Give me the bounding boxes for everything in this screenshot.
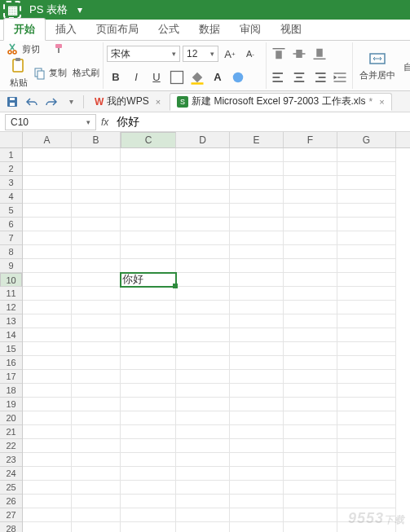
cell[interactable] <box>23 398 72 411</box>
cell[interactable] <box>337 245 396 259</box>
cell[interactable] <box>337 398 396 411</box>
cell[interactable] <box>337 453 396 467</box>
cell[interactable] <box>72 148 121 162</box>
cell[interactable] <box>23 439 72 453</box>
cell[interactable] <box>176 425 230 439</box>
close-tab-icon[interactable]: × <box>156 97 161 107</box>
cell[interactable] <box>72 176 121 190</box>
cell[interactable] <box>230 231 284 245</box>
cell[interactable] <box>176 453 230 467</box>
cell[interactable] <box>72 398 121 411</box>
font-size-select[interactable]: 12▾ <box>183 46 218 62</box>
cell[interactable] <box>72 301 121 314</box>
cut-icon[interactable] <box>7 42 20 55</box>
row-header[interactable]: 5 <box>0 204 22 218</box>
cell[interactable] <box>284 190 337 204</box>
cell[interactable] <box>23 481 72 495</box>
copy-label[interactable]: 复制 <box>49 67 67 79</box>
cell[interactable] <box>72 190 121 204</box>
cell[interactable] <box>176 481 230 495</box>
row-header[interactable]: 11 <box>0 287 22 301</box>
cell[interactable] <box>337 425 396 439</box>
cell[interactable] <box>284 259 337 273</box>
cell[interactable] <box>72 273 121 287</box>
cell[interactable] <box>230 314 284 328</box>
row-header[interactable]: 2 <box>0 162 22 176</box>
cell[interactable] <box>337 384 396 398</box>
merge-center-button[interactable]: 合并居中 <box>356 48 399 83</box>
row-header[interactable]: 16 <box>0 356 22 370</box>
cell[interactable] <box>72 384 121 398</box>
row-header[interactable]: 26 <box>0 495 22 508</box>
row-header[interactable]: 10 <box>0 273 22 287</box>
redo-button[interactable] <box>42 93 60 111</box>
row-header[interactable]: 19 <box>0 398 22 411</box>
cell[interactable] <box>337 259 396 273</box>
cell[interactable] <box>72 231 121 245</box>
cell[interactable] <box>121 231 176 245</box>
align-bottom-button[interactable] <box>311 45 328 63</box>
border-button[interactable] <box>168 68 186 86</box>
row-header[interactable]: 12 <box>0 301 22 314</box>
cell[interactable] <box>337 508 396 522</box>
align-center-button[interactable] <box>290 68 308 86</box>
cell[interactable] <box>176 522 230 532</box>
cell[interactable] <box>176 411 230 425</box>
cell[interactable] <box>23 231 72 245</box>
cell[interactable] <box>284 522 337 532</box>
tab-insert[interactable]: 插入 <box>46 19 86 40</box>
cell[interactable] <box>176 495 230 508</box>
chevron-down-icon[interactable]: ▾ <box>86 118 90 126</box>
cell[interactable] <box>121 218 176 231</box>
italic-button[interactable]: I <box>127 68 145 86</box>
cell[interactable] <box>284 439 337 453</box>
cell[interactable]: 你好 <box>121 273 176 287</box>
cell[interactable] <box>121 176 176 190</box>
cell[interactable] <box>72 204 121 218</box>
format-painter-icon[interactable] <box>53 42 66 55</box>
cell[interactable] <box>337 218 396 231</box>
cell[interactable] <box>23 314 72 328</box>
cell[interactable] <box>337 495 396 508</box>
cell[interactable] <box>72 259 121 273</box>
cell[interactable] <box>72 314 121 328</box>
cell[interactable] <box>230 411 284 425</box>
cell[interactable] <box>23 356 72 370</box>
save-button[interactable] <box>3 93 21 111</box>
cell[interactable] <box>23 287 72 301</box>
column-header[interactable]: D <box>176 132 230 147</box>
cell[interactable] <box>230 301 284 314</box>
align-top-button[interactable] <box>270 45 288 63</box>
app-icon[interactable]: ▦ <box>3 1 21 19</box>
cell[interactable] <box>284 301 337 314</box>
cell[interactable] <box>284 398 337 411</box>
column-header[interactable]: G <box>337 132 396 147</box>
cell[interactable] <box>23 328 72 342</box>
cell[interactable] <box>230 204 284 218</box>
cell[interactable] <box>176 508 230 522</box>
cell[interactable] <box>176 259 230 273</box>
row-header[interactable]: 21 <box>0 425 22 439</box>
cell[interactable] <box>72 356 121 370</box>
cell[interactable] <box>230 384 284 398</box>
column-header[interactable]: A <box>23 132 72 147</box>
cell[interactable] <box>337 481 396 495</box>
cell[interactable] <box>176 245 230 259</box>
name-box[interactable]: C10 ▾ <box>5 114 96 130</box>
cell[interactable] <box>72 328 121 342</box>
cell[interactable] <box>23 467 72 481</box>
align-left-button[interactable] <box>270 68 288 86</box>
cell[interactable] <box>72 508 121 522</box>
select-all-corner[interactable] <box>0 132 23 148</box>
column-header[interactable]: E <box>230 132 284 147</box>
row-header[interactable]: 14 <box>0 328 22 342</box>
row-header[interactable]: 8 <box>0 245 22 259</box>
cell[interactable] <box>337 314 396 328</box>
cell[interactable] <box>230 148 284 162</box>
cell[interactable] <box>176 218 230 231</box>
cell[interactable] <box>337 301 396 314</box>
cell[interactable] <box>284 425 337 439</box>
row-header[interactable]: 17 <box>0 370 22 384</box>
cell[interactable] <box>121 328 176 342</box>
column-header[interactable]: F <box>284 132 337 147</box>
